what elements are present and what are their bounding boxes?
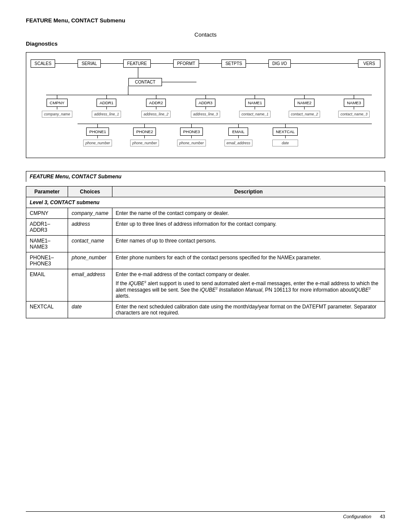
menu-box-setpts: SETPTS xyxy=(221,59,246,68)
contacts-heading: Contacts xyxy=(26,31,385,38)
node-phone3: PHONE3 phone_number xyxy=(168,124,215,146)
node-addr3: ADDR3 address_line_3 xyxy=(181,95,230,118)
node-nextcal: NEXTCAL date xyxy=(262,124,309,146)
footer-page: 43 xyxy=(380,514,385,519)
menu-box-digio: DIG I/O xyxy=(268,59,291,68)
table-row: ADDR1–ADDR3 address Enter up to three li… xyxy=(26,219,385,236)
node-phone2: PHONE2 phone_number xyxy=(121,124,168,146)
choice-email: email_address xyxy=(68,269,112,302)
node-cmpny: CMPNY company_name xyxy=(32,95,82,118)
desc-email: Enter the e-mail address of the contact … xyxy=(112,269,385,302)
page-title: FEATURE Menu, CONTACT Submenu xyxy=(26,17,385,24)
level2-nodes: PHONE1 phone_number PHONE2 phone_number … xyxy=(72,124,310,146)
choice-addr: address xyxy=(68,219,112,236)
node-name3: NAME3 contact_name_3 xyxy=(329,95,379,118)
level-header-label: Level 3, CONTACT submenu xyxy=(26,197,385,208)
col-description: Description xyxy=(112,187,385,197)
param-nextcal: NEXTCAL xyxy=(26,302,68,318)
contact-box: CONTACT xyxy=(128,78,162,86)
table-title: FEATURE Menu, CONTACT Submenu xyxy=(26,171,385,182)
level1-nodes: CMPNY company_name ADDR1 address_line_1 … xyxy=(31,95,380,118)
diagram: SCALES SERIAL FEATURE PFORMT SETPTS DIG … xyxy=(26,52,385,158)
col-parameter: Parameter xyxy=(26,187,68,197)
param-addr: ADDR1–ADDR3 xyxy=(26,219,68,236)
choice-cmpny: company_name xyxy=(68,208,112,219)
menu-box-feature: FEATURE xyxy=(123,59,151,68)
desc-nextcal: Enter the next scheduled calibration dat… xyxy=(112,302,385,318)
menu-box-pformt: PFORMT xyxy=(173,59,199,68)
footer-label: Configuration xyxy=(343,514,371,519)
choice-name: contact_name xyxy=(68,236,112,252)
table-row: NEXTCAL date Enter the next scheduled ca… xyxy=(26,302,385,318)
table-row: PHONE1–PHONE3 phone_number Enter phone n… xyxy=(26,252,385,269)
param-cmpny: CMPNY xyxy=(26,208,68,219)
desc-addr: Enter up to three lines of address infor… xyxy=(112,219,385,236)
diagnostics-heading: Diagnostics xyxy=(26,40,385,47)
level-header-row: Level 3, CONTACT submenu xyxy=(26,197,385,208)
desc-cmpny: Enter the name of the contact company or… xyxy=(112,208,385,219)
choice-phone: phone_number xyxy=(68,252,112,269)
menu-box-scales: SCALES xyxy=(31,59,55,68)
node-addr1: ADDR1 address_line_1 xyxy=(82,95,131,118)
desc-phone: Enter phone numbers for each of the cont… xyxy=(112,252,385,269)
table-wrapper: FEATURE Menu, CONTACT Submenu Parameter … xyxy=(26,171,385,318)
menu-box-serial: SERIAL xyxy=(78,59,101,68)
node-phone1: PHONE1 phone_number xyxy=(74,124,121,146)
col-choices: Choices xyxy=(68,187,112,197)
node-email: EMAIL email_address xyxy=(215,124,262,146)
param-phone: PHONE1–PHONE3 xyxy=(26,252,68,269)
param-name: NAME1–NAME3 xyxy=(26,236,68,252)
node-addr2: ADDR2 address_line_2 xyxy=(131,95,181,118)
footer: Configuration 43 xyxy=(26,511,385,519)
table-row: CMPNY company_name Enter the name of the… xyxy=(26,208,385,219)
data-table: Parameter Choices Description Level 3, C… xyxy=(26,186,385,318)
menu-box-vers: VERS xyxy=(358,59,380,68)
node-name1: NAME1 contact_name_1 xyxy=(230,95,280,118)
param-email: EMAIL xyxy=(26,269,68,302)
table-row: NAME1–NAME3 contact_name Enter names of … xyxy=(26,236,385,252)
menu-row: SCALES SERIAL FEATURE PFORMT SETPTS DIG … xyxy=(31,59,380,68)
choice-nextcal: date xyxy=(68,302,112,318)
table-row: EMAIL email_address Enter the e-mail add… xyxy=(26,269,385,302)
desc-name: Enter names of up to three contact perso… xyxy=(112,236,385,252)
node-name2: NAME2 contact_name_2 xyxy=(280,95,329,118)
contact-row: CONTACT xyxy=(31,78,380,86)
